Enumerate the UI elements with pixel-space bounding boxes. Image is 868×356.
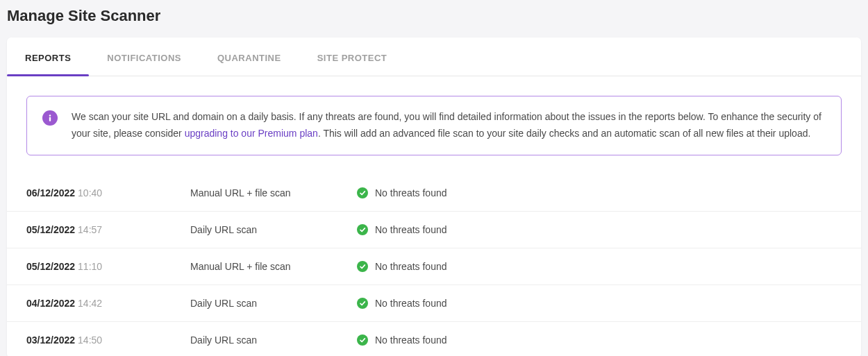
report-datetime: 05/12/202214:57 (26, 224, 190, 235)
report-row[interactable]: 03/12/202214:50Daily URL scanNo threats … (7, 321, 861, 356)
report-time: 10:40 (78, 187, 102, 198)
report-status-text: No threats found (375, 224, 447, 235)
report-datetime: 04/12/202214:42 (26, 298, 190, 309)
tab-quarantine[interactable]: QUARANTINE (199, 37, 299, 76)
info-banner: We scan your site URL and domain on a da… (26, 96, 842, 155)
report-time: 11:10 (78, 261, 102, 272)
report-status: No threats found (357, 224, 447, 235)
report-row[interactable]: 06/12/202210:40Manual URL + file scanNo … (7, 175, 861, 211)
check-circle-icon (357, 298, 368, 309)
report-type: Manual URL + file scan (190, 187, 357, 198)
report-date: 05/12/2022 (26, 261, 75, 272)
banner-text-after: . This will add an advanced file scan to… (318, 128, 810, 139)
report-row[interactable]: 04/12/202214:42Daily URL scanNo threats … (7, 285, 861, 321)
report-status-text: No threats found (375, 187, 447, 198)
report-datetime: 06/12/202210:40 (26, 187, 190, 198)
tab-reports[interactable]: REPORTS (7, 37, 89, 76)
report-date: 05/12/2022 (26, 224, 75, 235)
report-status-text: No threats found (375, 261, 447, 272)
check-circle-icon (357, 224, 368, 235)
report-status-text: No threats found (375, 334, 447, 346)
report-date: 03/12/2022 (26, 334, 75, 346)
report-date: 04/12/2022 (26, 298, 75, 309)
page-title: Manage Site Scanner (7, 7, 861, 25)
report-status: No threats found (357, 261, 447, 272)
report-status: No threats found (357, 334, 447, 346)
tabbar: REPORTSNOTIFICATIONSQUARANTINESITE PROTE… (7, 37, 861, 76)
report-type: Daily URL scan (190, 298, 357, 309)
report-type: Daily URL scan (190, 224, 357, 235)
info-text: We scan your site URL and domain on a da… (72, 109, 826, 142)
report-type: Manual URL + file scan (190, 261, 357, 272)
check-circle-icon (357, 261, 368, 272)
report-time: 14:50 (78, 334, 102, 346)
info-icon (42, 110, 58, 126)
report-row[interactable]: 05/12/202214:57Daily URL scanNo threats … (7, 211, 861, 248)
report-row[interactable]: 05/12/202211:10Manual URL + file scanNo … (7, 248, 861, 285)
scanner-card: REPORTSNOTIFICATIONSQUARANTINESITE PROTE… (7, 37, 861, 356)
report-type: Daily URL scan (190, 334, 357, 346)
upgrade-link[interactable]: upgrading to our Premium plan (185, 128, 318, 139)
tab-site-protect[interactable]: SITE PROTECT (299, 37, 406, 76)
report-list: 06/12/202210:40Manual URL + file scanNo … (7, 175, 861, 356)
report-status-text: No threats found (375, 298, 447, 309)
report-datetime: 05/12/202211:10 (26, 261, 190, 272)
tab-notifications[interactable]: NOTIFICATIONS (89, 37, 199, 76)
svg-rect-1 (49, 117, 51, 121)
check-circle-icon (357, 334, 368, 346)
check-circle-icon (357, 187, 368, 198)
report-datetime: 03/12/202214:50 (26, 334, 190, 346)
content-area: We scan your site URL and domain on a da… (7, 76, 861, 155)
report-date: 06/12/2022 (26, 187, 75, 198)
svg-point-0 (49, 115, 51, 117)
report-status: No threats found (357, 298, 447, 309)
report-status: No threats found (357, 187, 447, 198)
report-time: 14:42 (78, 298, 102, 309)
report-time: 14:57 (78, 224, 102, 235)
